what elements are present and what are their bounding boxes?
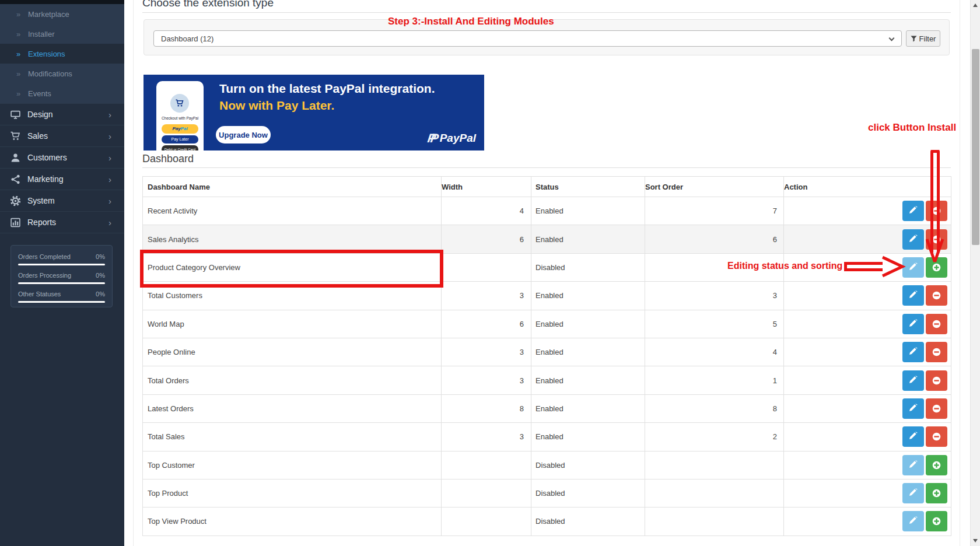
uninstall-button[interactable]: [926, 314, 947, 334]
edit-button[interactable]: [902, 201, 924, 221]
cell-sort-order: 6: [645, 225, 784, 253]
install-button[interactable]: [926, 511, 947, 531]
cart-icon: [10, 131, 20, 141]
edit-button[interactable]: [902, 511, 924, 531]
scroll-up-icon[interactable]: [973, 4, 978, 7]
sidebar-item-marketplace[interactable]: » Marketplace: [0, 4, 124, 24]
chevron-right-icon: ›: [108, 131, 111, 141]
uninstall-button[interactable]: [926, 285, 947, 306]
stat-orders-processing: Orders Processing 0%: [18, 272, 105, 284]
cell-dashboard-name: Sales Analytics: [143, 225, 442, 253]
cell-dashboard-name: Total Orders: [143, 366, 442, 394]
plus-circle-icon: [932, 460, 942, 470]
minus-circle-icon: [932, 290, 942, 300]
edit-button[interactable]: [902, 257, 924, 278]
edit-button[interactable]: [902, 455, 924, 475]
sidebar-item-reports[interactable]: Reports ›: [0, 211, 124, 233]
extension-type-select[interactable]: Dashboard (12): [153, 30, 902, 47]
pencil-icon: [908, 206, 918, 216]
cell-sort-order: [645, 479, 784, 507]
cell-status: Disabled: [531, 508, 645, 536]
table-row: Top View Product Disabled: [143, 508, 951, 536]
uninstall-button[interactable]: [926, 398, 947, 419]
paypal-banner[interactable]: Checkout with PayPal PayPal Pay Later De…: [144, 75, 484, 150]
pencil-icon: [908, 262, 918, 272]
edit-button[interactable]: [902, 370, 924, 391]
edit-button[interactable]: [902, 342, 924, 362]
sidebar-item-design[interactable]: Design ›: [0, 103, 124, 125]
table-row: Total Customers 3 Enabled 3: [143, 282, 951, 310]
scroll-down-icon[interactable]: [973, 539, 978, 542]
stat-other-statuses: Other Statuses 0%: [18, 290, 105, 303]
sidebar-item-system[interactable]: System ›: [0, 190, 124, 211]
minus-circle-icon: [932, 319, 942, 329]
phone-paypal-button: PayPal: [162, 124, 198, 134]
section-title: Dashboard: [142, 153, 194, 165]
plus-circle-icon: [932, 488, 942, 498]
vertical-scrollbar[interactable]: [970, 0, 980, 546]
phone-card-button: Debit or Credit Card: [162, 145, 198, 150]
filter-button[interactable]: Filter: [906, 30, 940, 47]
edit-button[interactable]: [902, 398, 924, 419]
upgrade-now-button[interactable]: Upgrade Now: [216, 126, 271, 144]
uninstall-button[interactable]: [926, 426, 947, 447]
cell-status: Disabled: [531, 253, 645, 281]
banner-subheadline: Now with Pay Later.: [219, 99, 334, 113]
edit-button[interactable]: [902, 229, 924, 250]
cell-action: [784, 197, 951, 225]
banner-headline: Turn on the latest PayPal integration.: [219, 82, 435, 96]
plus-circle-icon: [932, 262, 942, 272]
table-row: Top Product Disabled: [143, 479, 951, 507]
minus-circle-icon: [932, 376, 942, 386]
dashboard-modules-table: Dashboard Name Width Status Sort Order A…: [142, 176, 951, 536]
monitor-icon: [10, 110, 20, 120]
sidebar-item-extensions[interactable]: » Extensions: [0, 44, 124, 64]
uninstall-button[interactable]: [926, 229, 947, 250]
sidebar-item-modifications[interactable]: » Modifications: [0, 64, 124, 83]
cell-width: [442, 508, 531, 536]
sidebar-item-installer[interactable]: » Installer: [0, 24, 124, 44]
edit-button[interactable]: [902, 426, 924, 447]
cell-dashboard-name: Top Product: [143, 479, 442, 507]
col-dashboard-name: Dashboard Name: [143, 177, 442, 197]
install-button[interactable]: [926, 483, 947, 503]
sidebar-divider: [0, 233, 124, 233]
uninstall-button[interactable]: [926, 342, 947, 362]
sidebar-item-label: Design: [27, 110, 53, 119]
install-button[interactable]: [926, 455, 947, 475]
paypal-logo: PP PayPal: [428, 131, 476, 145]
cell-sort-order: 7: [645, 197, 784, 225]
cell-width: 6: [442, 310, 531, 338]
col-status: Status: [531, 177, 645, 197]
sidebar-item-events[interactable]: » Events: [0, 83, 124, 103]
edit-button[interactable]: [902, 285, 924, 306]
install-button[interactable]: [926, 257, 947, 278]
pencil-icon: [908, 432, 918, 442]
sidebar-item-customers[interactable]: Customers ›: [0, 146, 124, 168]
guillemet-icon: »: [16, 30, 28, 38]
sidebar-item-sales[interactable]: Sales ›: [0, 125, 124, 146]
sidebar-item-marketing[interactable]: Marketing ›: [0, 168, 124, 190]
annotation-editing: Editing status and sorting: [727, 261, 842, 271]
progress-bar: [18, 264, 105, 265]
uninstall-button[interactable]: [926, 370, 947, 391]
stat-value: 0%: [96, 272, 105, 279]
funnel-icon: [911, 36, 917, 42]
edit-button[interactable]: [902, 314, 924, 334]
cell-width: 3: [442, 423, 531, 451]
uninstall-button[interactable]: [926, 201, 947, 221]
cell-dashboard-name: People Online: [143, 338, 442, 366]
cell-action: [784, 338, 951, 366]
minus-circle-icon: [932, 347, 942, 357]
sidebar-item-label: Marketing: [27, 174, 63, 184]
stat-value: 0%: [96, 290, 105, 298]
pencil-icon: [908, 460, 918, 470]
phone-paylater-button: Pay Later: [162, 135, 198, 144]
scrollbar-thumb[interactable]: [972, 49, 979, 245]
cell-action: [784, 394, 951, 422]
cell-status: Enabled: [531, 310, 645, 338]
phone-caption: Checkout with PayPal: [156, 116, 204, 120]
edit-button[interactable]: [902, 483, 924, 503]
sidebar-top-strip: [0, 0, 124, 4]
cell-status: Enabled: [531, 225, 645, 253]
